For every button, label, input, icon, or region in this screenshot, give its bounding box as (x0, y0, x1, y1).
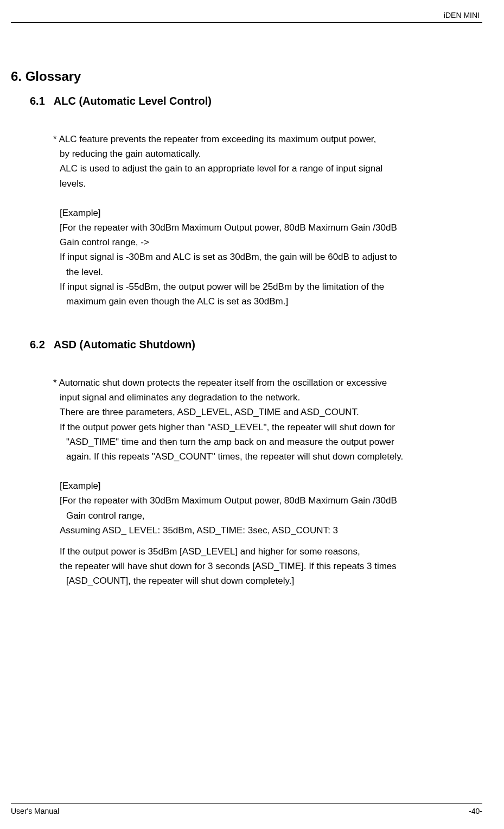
text-line: input signal and eliminates any degradat… (53, 390, 480, 405)
text-line: [For the repeater with 30dBm Maximum Out… (53, 493, 480, 508)
footer-left: User's Manual (11, 807, 59, 815)
text-line: There are three parameters, ASD_LEVEL, A… (53, 405, 480, 419)
text-line: maximum gain even though the ALC is set … (53, 294, 480, 309)
text-line: the level. (53, 265, 480, 279)
text-line: If the output power is 35dBm [ASD_LEVEL]… (53, 544, 480, 559)
page-header: iDEN MINI (11, 11, 482, 23)
subsection2-body: * Automatic shut down protects the repea… (53, 375, 480, 588)
text-line: Assuming ASD_ LEVEL: 35dBm, ASD_TIME: 3s… (53, 523, 480, 538)
text-line: again. If this repeats "ASD_COUNT" times… (53, 449, 480, 464)
text-line: [Example] (53, 479, 480, 493)
subsection2-title-text: ASD (Automatic Shutdown) (54, 339, 195, 350)
text-line: ALC is used to adjust the gain to an app… (53, 161, 480, 176)
subsection-title-2: 6.2 ASD (Automatic Shutdown) (30, 339, 482, 351)
section-title: 6. Glossary (11, 69, 482, 84)
subsection1-title-text: ALC (Automatic Level Control) (54, 95, 212, 107)
text-line: Gain control range, (53, 508, 480, 523)
subsection-title-1: 6.1 ALC (Automatic Level Control) (30, 95, 482, 107)
section-number: 6. (11, 69, 22, 84)
section-title-text: Glossary (25, 69, 81, 84)
text-line: by reducing the gain automatically. (53, 146, 480, 161)
header-title: iDEN MINI (444, 11, 480, 20)
text-line: Gain control range, -> (53, 235, 480, 250)
text-line: "ASD_TIME" time and then turn the amp ba… (53, 435, 480, 449)
footer-right: -40- (469, 807, 482, 815)
text-line: * ALC feature prevents the repeater from… (53, 132, 480, 146)
page-container: iDEN MINI 6. Glossary 6.1 ALC (Automatic… (0, 0, 504, 829)
text-line: * Automatic shut down protects the repea… (53, 375, 480, 390)
subsection2-number: 6.2 (30, 339, 45, 350)
page-footer: User's Manual -40- (11, 804, 482, 815)
page-content: 6. Glossary 6.1 ALC (Automatic Level Con… (11, 69, 482, 589)
subsection1-body: * ALC feature prevents the repeater from… (53, 132, 480, 309)
subsection1-number: 6.1 (30, 95, 45, 107)
text-line: levels. (53, 176, 480, 191)
text-line: If the output power gets higher than "AS… (53, 420, 480, 435)
text-line: [For the repeater with 30dBm Maximum Out… (53, 220, 480, 235)
text-line: [Example] (53, 206, 480, 220)
text-line: If input signal is -55dBm, the output po… (53, 279, 480, 294)
text-line: [ASD_COUNT], the repeater will shut down… (53, 573, 480, 588)
text-line: If input signal is -30Bm and ALC is set … (53, 250, 480, 264)
text-line: the repeater will have shut down for 3 s… (53, 559, 480, 573)
